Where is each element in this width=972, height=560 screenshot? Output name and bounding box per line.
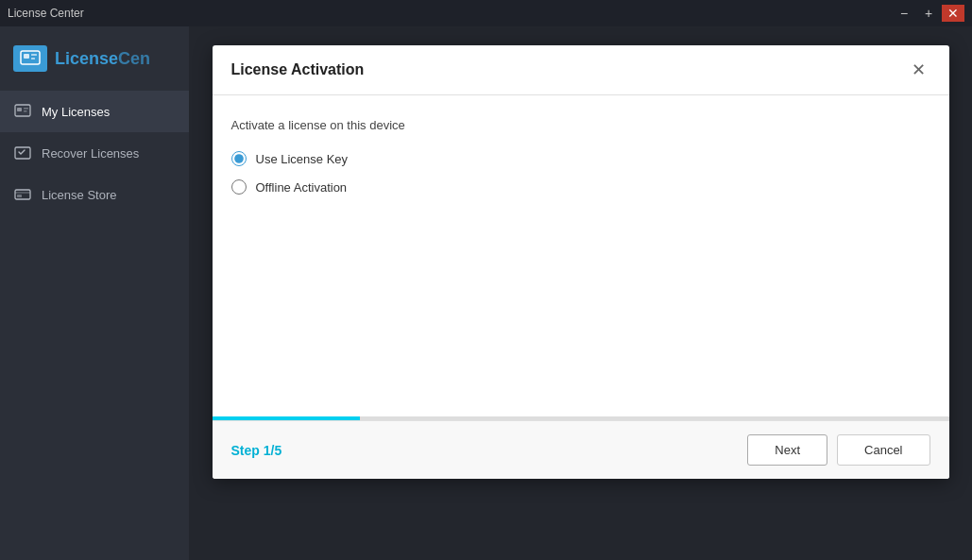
- svg-rect-10: [17, 195, 22, 197]
- modal-close-button[interactable]: ✕: [908, 59, 930, 81]
- recover-licenses-label: Recover Licenses: [42, 146, 139, 161]
- modal-subtitle: Activate a license on this device: [231, 118, 930, 132]
- logo-svg: [20, 50, 41, 67]
- modal-overlay: License Activation ✕ Activate a license …: [189, 26, 972, 560]
- svg-rect-1: [24, 54, 29, 59]
- sidebar: LicenseCen My Licenses: [0, 26, 189, 560]
- cancel-button[interactable]: Cancel: [837, 434, 929, 466]
- use-license-key-label: Use License Key: [256, 152, 349, 166]
- logo-icon: [13, 45, 47, 72]
- offline-activation-label: Offline Activation: [256, 180, 348, 195]
- license-activation-modal: License Activation ✕ Activate a license …: [213, 45, 949, 479]
- minimize-button[interactable]: −: [893, 5, 915, 22]
- svg-rect-6: [24, 108, 28, 110]
- title-bar: License Center − + ✕: [0, 0, 972, 26]
- sidebar-item-license-store[interactable]: License Store: [0, 174, 189, 215]
- app-title: License Center: [8, 7, 84, 20]
- offline-activation-radio[interactable]: [231, 179, 247, 195]
- recover-licenses-icon: [13, 144, 32, 162]
- footer-buttons: Next Cancel: [747, 434, 929, 466]
- activation-options: Use License Key Offline Activation: [231, 151, 930, 195]
- modal-body: Activate a license on this device Use Li…: [213, 95, 949, 416]
- modal-footer: Step 1/5 Next Cancel: [213, 420, 949, 479]
- next-button[interactable]: Next: [747, 434, 827, 466]
- logo-text: LicenseCen: [55, 49, 150, 69]
- license-store-label: License Store: [42, 188, 117, 202]
- sidebar-logo: LicenseCen: [0, 36, 189, 91]
- close-x-icon: ✕: [912, 59, 926, 80]
- my-licenses-label: My Licenses: [42, 105, 110, 119]
- svg-rect-9: [15, 190, 30, 199]
- modal-title: License Activation: [231, 61, 365, 78]
- close-button[interactable]: ✕: [942, 5, 964, 22]
- sidebar-navigation: My Licenses Recover Licenses: [0, 91, 189, 215]
- sidebar-item-recover-licenses[interactable]: Recover Licenses: [0, 132, 189, 174]
- svg-rect-2: [31, 54, 37, 56]
- app-body: LicenseCen My Licenses: [0, 26, 972, 560]
- svg-rect-8: [15, 147, 30, 159]
- use-license-key-option[interactable]: Use License Key: [231, 151, 930, 166]
- use-license-key-radio[interactable]: [231, 151, 247, 166]
- svg-rect-5: [17, 108, 22, 111]
- content-area: License Activation ✕ Activate a license …: [189, 26, 972, 560]
- sidebar-item-my-licenses[interactable]: My Licenses: [0, 91, 189, 132]
- maximize-button[interactable]: +: [917, 5, 940, 22]
- license-store-icon: [13, 185, 32, 204]
- my-licenses-icon: [13, 102, 32, 121]
- svg-rect-7: [24, 110, 27, 112]
- modal-header: License Activation ✕: [213, 45, 949, 95]
- window-controls: − + ✕: [893, 5, 964, 22]
- svg-rect-3: [31, 58, 35, 59]
- offline-activation-option[interactable]: Offline Activation: [231, 179, 930, 195]
- step-indicator: Step 1/5: [231, 443, 282, 458]
